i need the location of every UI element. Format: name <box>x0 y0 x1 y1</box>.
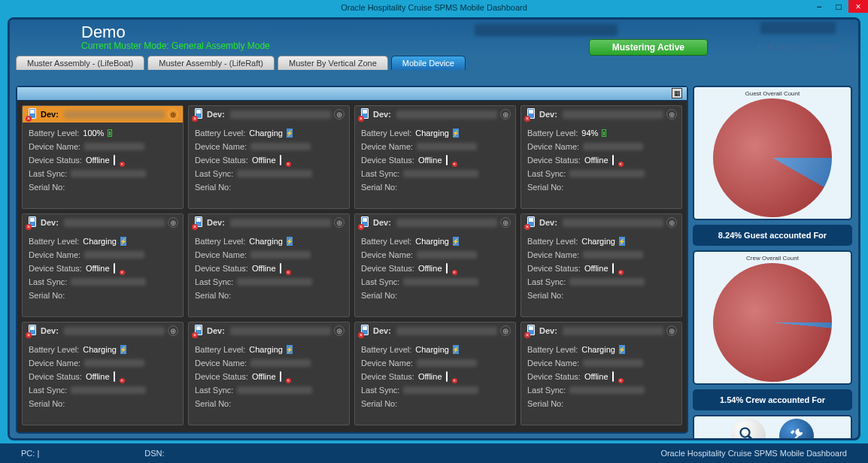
device-name-label: Device Name: <box>195 142 247 151</box>
device-card-header[interactable]: ×Dev:⊕ <box>23 214 183 231</box>
device-card[interactable]: ×Dev:⊕Battery Level:ChargingDevice Name:… <box>520 213 682 317</box>
device-card-body: Battery Level:94%Device Name:Device Stat… <box>521 123 681 198</box>
device-card[interactable]: ×Dev:⊕Battery Level:ChargingDevice Name:… <box>520 322 682 425</box>
device-card[interactable]: ×Dev:⊕Battery Level:ChargingDevice Name:… <box>354 105 516 209</box>
device-status-label: Device Status: <box>195 156 248 165</box>
device-card-header[interactable]: ×Dev:⊕ <box>355 322 515 339</box>
device-id-value-redacted <box>396 327 497 335</box>
device-card[interactable]: ×Dev:⊕Battery Level:ChargingDevice Name:… <box>188 322 350 425</box>
device-id-value-redacted <box>64 327 165 335</box>
expand-card-button[interactable]: ⊕ <box>168 217 178 228</box>
expand-card-button[interactable]: ⊕ <box>666 325 677 336</box>
tools-button[interactable] <box>779 419 814 440</box>
last-sync-label: Last Sync: <box>29 169 67 178</box>
window-minimize[interactable]: − <box>809 0 829 13</box>
tab-mobile-device[interactable]: Mobile Device <box>391 56 466 70</box>
device-card-header[interactable]: ×Dev:⊕ <box>23 322 183 339</box>
device-card[interactable]: ×Dev:⊕Battery Level:ChargingDevice Name:… <box>188 213 350 317</box>
crew-stat-bar: 1.54% Crew accounted For <box>693 389 852 410</box>
window-title: Oracle Hospitality Cruise SPMS Mobile Da… <box>341 3 527 12</box>
device-name-value-redacted <box>84 143 144 150</box>
device-offline-icon: × <box>27 216 38 228</box>
device-id-value-redacted <box>64 219 165 227</box>
device-card-header[interactable]: ×Dev:⊕ <box>355 214 515 231</box>
status-offline-icon: × <box>612 264 622 274</box>
expand-card-button[interactable]: ⊕ <box>500 325 511 336</box>
device-card-header[interactable]: ×Dev:⊕ <box>189 106 349 123</box>
device-id-value-redacted <box>230 110 331 119</box>
expand-card-button[interactable]: ⊕ <box>334 109 344 120</box>
battery-value: Charging <box>249 129 283 138</box>
device-card[interactable]: ×Dev:⊕Battery Level:ChargingDevice Name:… <box>354 213 516 317</box>
device-name-label: Device Name: <box>361 142 413 151</box>
expand-card-button[interactable]: ⊕ <box>168 325 178 336</box>
device-card[interactable]: ×Dev:⊕Battery Level:94%Device Name:Devic… <box>520 105 682 209</box>
device-card[interactable]: ×Dev:⊕Battery Level:100%Device Name:Devi… <box>22 105 184 209</box>
battery-value: Charging <box>83 237 117 246</box>
window-close[interactable]: × <box>848 0 868 13</box>
device-card-header[interactable]: ×Dev:⊕ <box>189 214 349 231</box>
expand-card-button[interactable]: ⊕ <box>334 217 344 228</box>
search-passengers-button[interactable] <box>731 419 766 440</box>
muster-mode-label: Current Muster Mode: General Assembly Mo… <box>81 41 845 51</box>
device-card-header[interactable]: ×Dev:⊕ <box>521 214 681 231</box>
grid-view-button[interactable]: ▦ <box>672 88 682 98</box>
tab-muster-assembly-liferaft-[interactable]: Muster Assembly - (LifeRaft) <box>147 56 275 70</box>
device-offline-icon: × <box>27 108 38 120</box>
action-buttons-box <box>693 415 852 440</box>
serial-label: Serial No: <box>527 183 563 192</box>
device-status-value: Offline <box>252 372 276 381</box>
status-offline-icon: × <box>446 156 456 165</box>
serial-label: Serial No: <box>29 183 65 192</box>
expand-card-button[interactable]: ⊕ <box>666 217 677 228</box>
device-card[interactable]: ×Dev:⊕Battery Level:ChargingDevice Name:… <box>22 322 184 425</box>
device-card[interactable]: ×Dev:⊕Battery Level:ChargingDevice Name:… <box>22 213 184 317</box>
device-grid[interactable]: ×Dev:⊕Battery Level:100%Device Name:Devi… <box>17 101 687 432</box>
device-offline-icon: × <box>526 216 536 228</box>
device-name-value-redacted <box>583 359 643 367</box>
header-date-redacted <box>475 24 618 36</box>
device-id-value-redacted <box>563 327 663 335</box>
expand-card-button[interactable]: ⊕ <box>168 109 178 120</box>
device-card-header[interactable]: ×Dev:⊕ <box>189 322 349 339</box>
device-status-value: Offline <box>252 264 276 273</box>
device-name-label: Device Name: <box>29 142 80 151</box>
last-sync-value-redacted <box>569 386 645 394</box>
device-status-label: Device Status: <box>29 156 82 165</box>
last-sync-label: Last Sync: <box>527 277 566 286</box>
device-card-header[interactable]: ×Dev:⊕ <box>521 106 681 123</box>
device-card[interactable]: ×Dev:⊕Battery Level:ChargingDevice Name:… <box>188 105 350 209</box>
device-status-value: Offline <box>584 156 609 165</box>
device-card-header[interactable]: ×Dev:⊕ <box>521 322 681 339</box>
device-status-label: Device Status: <box>361 156 414 165</box>
device-offline-icon: × <box>27 325 38 337</box>
device-status-value: Offline <box>418 372 442 381</box>
device-name-label: Device Name: <box>29 250 80 259</box>
tab-muster-by-vertical-zone[interactable]: Muster By Vertical Zone <box>278 56 388 70</box>
tab-muster-assembly-lifeboat-[interactable]: Muster Assembly - (LifeBoat) <box>16 56 144 70</box>
device-card-body: Battery Level:ChargingDevice Name:Device… <box>355 231 515 306</box>
device-card[interactable]: ×Dev:⊕Battery Level:ChargingDevice Name:… <box>354 322 516 425</box>
device-id-value-redacted <box>563 110 663 119</box>
window-maximize[interactable]: □ <box>829 0 848 13</box>
device-offline-icon: × <box>360 216 370 228</box>
expand-card-button[interactable]: ⊕ <box>500 217 511 228</box>
expand-card-button[interactable]: ⊕ <box>666 109 677 120</box>
device-card-body: Battery Level:100%Device Name:Device Sta… <box>23 123 183 198</box>
status-bar: PC: | DSN: Oracle Hospitality Cruise SPM… <box>0 443 868 463</box>
status-offline-icon: × <box>280 264 290 274</box>
device-name-label: Device Name: <box>361 250 413 259</box>
device-card-header[interactable]: ×Dev:⊕ <box>23 106 183 123</box>
expand-card-button[interactable]: ⊕ <box>334 325 344 336</box>
device-card-header[interactable]: ×Dev:⊕ <box>355 106 515 123</box>
device-card-body: Battery Level:ChargingDevice Name:Device… <box>23 339 183 414</box>
serial-label: Serial No: <box>29 291 65 300</box>
last-sync-value-redacted <box>403 170 478 177</box>
device-status-value: Offline <box>418 156 442 165</box>
expand-card-button[interactable]: ⊕ <box>500 109 511 120</box>
last-sync-label: Last Sync: <box>361 169 399 178</box>
device-status-label: Device Status: <box>195 264 248 273</box>
device-card-body: Battery Level:ChargingDevice Name:Device… <box>355 339 515 414</box>
device-name-label: Device Name: <box>361 359 413 368</box>
battery-label: Battery Level: <box>195 345 245 354</box>
